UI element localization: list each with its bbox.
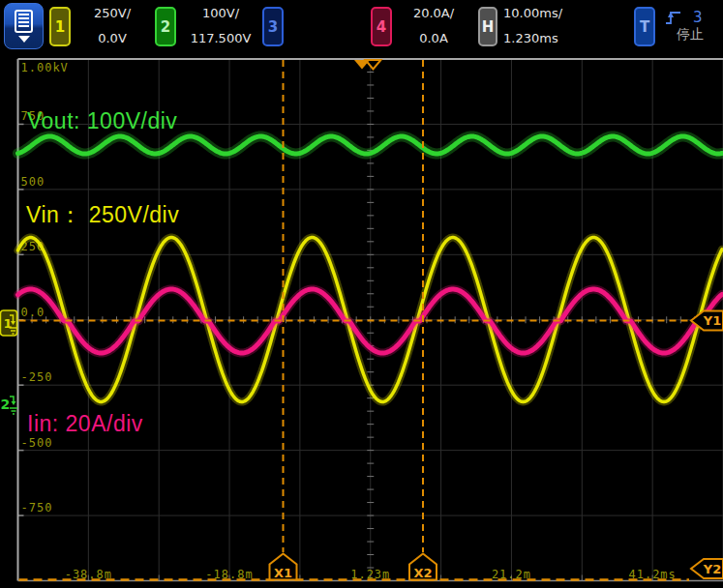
channel-1-scale: 250V/ [94, 7, 131, 20]
chevron-down-icon [18, 36, 30, 43]
channel-4-button[interactable]: 4 [371, 7, 392, 46]
svg-text:-750: -750 [21, 501, 53, 514]
channel-4-offset: 0.0A [419, 32, 448, 45]
horizontal-scale: 10.00ms/ [503, 7, 562, 20]
iin-trace-label: Iin: 20A/div [27, 411, 143, 437]
svg-text:-38.8m: -38.8m [65, 568, 112, 581]
cursor-y2-marker[interactable]: Y2 [691, 559, 723, 578]
channel-2-offset: 117.500V [191, 32, 252, 45]
channel-2-scale: 100V/ [202, 7, 239, 20]
main-menu-button[interactable] [4, 3, 44, 49]
svg-text:Y2: Y2 [703, 562, 721, 576]
cursor-x2-marker[interactable]: X2 [409, 554, 437, 580]
channel-2-button[interactable]: 2 [155, 7, 176, 46]
topbar: 1 250V/ 0.0V 2 100V/ 117.500V 3 4 20.0A/… [0, 0, 723, 53]
horizontal-button[interactable]: H [478, 7, 497, 46]
channel-1-button[interactable]: 1 [49, 7, 71, 46]
channel-3-button[interactable]: 3 [262, 7, 284, 46]
svg-text:X1: X1 [274, 566, 292, 580]
channel-1-readout: 250V/ 0.0V [81, 7, 143, 45]
channel-2-readout: 100V/ 117.500V [182, 7, 259, 45]
svg-text:500: 500 [21, 175, 45, 189]
rising-edge-trigger-icon [665, 9, 681, 26]
vout-trace-label: Vout: 100V/div [27, 108, 177, 134]
svg-text:2: 2 [1, 397, 11, 412]
horizontal-readout: 10.00ms/ 1.230ms [497, 7, 579, 45]
trigger-position-marker[interactable] [354, 60, 381, 70]
cursor-x1-marker[interactable]: X1 [270, 554, 297, 580]
svg-text:-500: -500 [21, 436, 53, 450]
acquisition-status: 停止 [677, 26, 704, 44]
trigger-button[interactable]: T [634, 7, 655, 46]
vin-trace-label: Vin： 250V/div [26, 200, 179, 230]
channel-4-readout: 20.0A/ 0.0A [403, 7, 465, 45]
svg-text:Y1: Y1 [703, 313, 721, 328]
svg-text:-250: -250 [21, 370, 53, 384]
trigger-source: 3 [693, 9, 703, 26]
horizontal-delay: 1.230ms [503, 32, 558, 45]
svg-text:1.00kV: 1.00kV [21, 61, 69, 74]
svg-text:0.0: 0.0 [21, 306, 45, 319]
channel-1-offset: 0.0V [98, 32, 127, 45]
menu-list-icon [15, 10, 33, 33]
svg-text:21.2m: 21.2m [492, 568, 531, 581]
channel-1-ground-marker[interactable]: 1 [1, 310, 17, 336]
channel-2-ground-marker[interactable]: 2 [1, 397, 18, 414]
channel-4-scale: 20.0A/ [413, 7, 454, 20]
svg-text:X2: X2 [413, 566, 432, 580]
